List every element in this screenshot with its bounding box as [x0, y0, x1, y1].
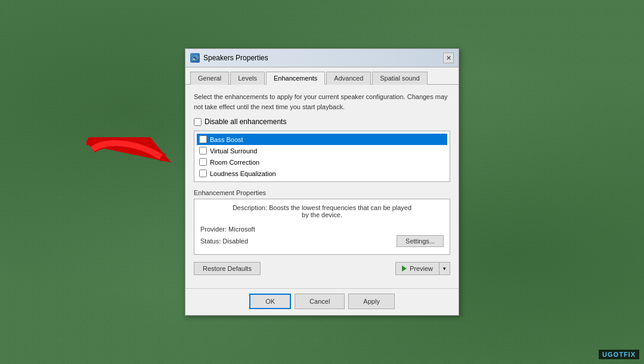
tab-bar: General Levels Enhancements Advanced Spa…: [185, 67, 459, 85]
tab-levels[interactable]: Levels: [230, 72, 265, 85]
enhancement-bass-boost[interactable]: Bass Boost: [197, 134, 447, 145]
disable-all-label: Disable all enhancements: [205, 118, 286, 126]
provider-info: Provider: Microsoft: [200, 226, 255, 233]
props-description: Description: Boosts the lowest frequenci…: [200, 204, 444, 218]
properties-section-header: Enhancement Properties: [194, 189, 450, 196]
content-area: Select the enhancements to apply for you…: [185, 85, 459, 288]
title-bar-left: 🔊 Speakers Properties: [190, 53, 268, 63]
disable-all-row: Disable all enhancements: [194, 118, 450, 126]
properties-section: Description: Boosts the lowest frequenci…: [194, 199, 450, 255]
play-icon: [402, 266, 407, 272]
description-text-val: Boosts the lowest frequencies that can b…: [269, 204, 411, 218]
bass-boost-checkbox[interactable]: [199, 135, 207, 143]
ok-button[interactable]: OK: [249, 294, 291, 309]
restore-defaults-button[interactable]: Restore Defaults: [194, 262, 261, 275]
enhancement-room-correction[interactable]: Room Correction: [197, 156, 447, 168]
preview-button[interactable]: Preview: [395, 262, 439, 275]
watermark: UGOTFIX: [599, 350, 639, 359]
status-row: Status: Disabled Settings...: [200, 235, 444, 247]
window-title: Speakers Properties: [203, 54, 268, 62]
enhancement-loudness[interactable]: Loudness Equalization: [197, 168, 447, 179]
close-button[interactable]: ✕: [443, 53, 454, 63]
tab-advanced[interactable]: Advanced: [326, 72, 371, 85]
preview-label: Preview: [410, 265, 433, 272]
description-label: Description:: [233, 204, 269, 211]
preview-group: Preview ▾: [395, 262, 450, 275]
arrow-indicator: [86, 137, 182, 185]
loudness-label: Loudness Equalization: [210, 170, 276, 177]
title-bar: 🔊 Speakers Properties ✕: [185, 49, 459, 67]
virtual-surround-label: Virtual Surround: [210, 147, 257, 155]
room-correction-label: Room Correction: [210, 159, 259, 166]
apply-button[interactable]: Apply: [348, 294, 395, 309]
virtual-surround-checkbox[interactable]: [199, 147, 207, 155]
provider-row: Provider: Microsoft: [200, 226, 444, 233]
tab-general[interactable]: General: [190, 72, 229, 85]
cancel-button[interactable]: Cancel: [295, 294, 345, 309]
description-text: Select the enhancements to apply for you…: [194, 92, 450, 112]
tab-spatial-sound[interactable]: Spatial sound: [372, 72, 428, 85]
bass-boost-label: Bass Boost: [210, 136, 243, 143]
enhancement-virtual-surround[interactable]: Virtual Surround: [197, 145, 447, 156]
enhancement-list: Bass Boost Virtual Surround Room Correct…: [194, 131, 450, 182]
speakers-properties-dialog: 🔊 Speakers Properties ✕ General Levels E…: [185, 48, 459, 316]
settings-button[interactable]: Settings...: [397, 235, 444, 247]
preview-dropdown-button[interactable]: ▾: [439, 262, 450, 275]
bottom-row: Restore Defaults Preview ▾: [194, 262, 450, 275]
status-info: Status: Disabled: [200, 237, 248, 245]
window-icon: 🔊: [190, 53, 200, 63]
action-bar: OK Cancel Apply: [185, 288, 459, 315]
tab-enhancements[interactable]: Enhancements: [266, 72, 325, 85]
loudness-checkbox[interactable]: [199, 169, 207, 177]
room-correction-checkbox[interactable]: [199, 158, 207, 166]
disable-all-checkbox[interactable]: [194, 118, 202, 126]
